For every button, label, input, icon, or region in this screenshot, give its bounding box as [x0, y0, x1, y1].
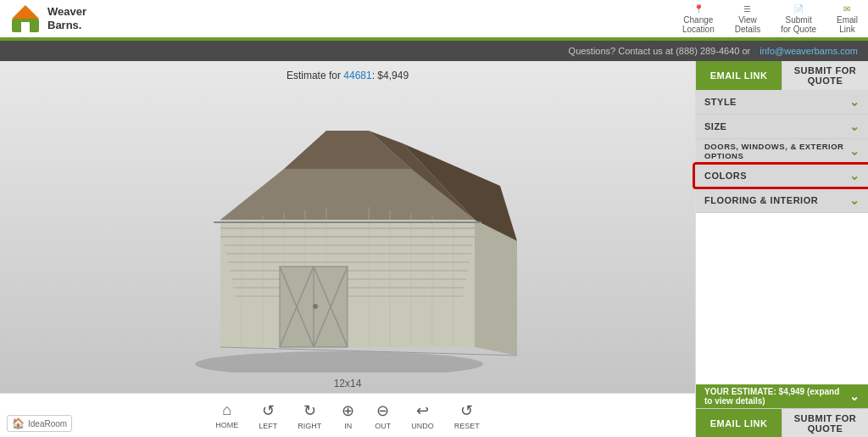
- submit-quote-button-bottom[interactable]: Submit for Quote: [782, 409, 868, 437]
- style-label: STYLE: [704, 97, 737, 107]
- bottom-toolbar: 🏠 IdeaRoom ⌂ HOME ↺ LEFT ↻ RIGHT ⊕ IN ⊖ …: [0, 393, 695, 437]
- accordion-flooring-header[interactable]: FLOORING & INTERIOR ⌄: [696, 188, 868, 212]
- home-icon: ⌂: [222, 401, 231, 419]
- out-label: OUT: [375, 422, 391, 430]
- accordion-doors-windows: DOORS, WINDOWS, & EXTERIOR OPTIONS ⌄: [696, 139, 868, 164]
- accordion-doors-windows-header[interactable]: DOORS, WINDOWS, & EXTERIOR OPTIONS ⌄: [696, 139, 868, 163]
- idea-room-label: IdeaRoom: [28, 419, 67, 429]
- undo-label: UNDO: [411, 422, 434, 430]
- idea-room-badge: 🏠 IdeaRoom: [7, 415, 72, 432]
- reset-label: RESET: [454, 422, 480, 430]
- estimate-bar[interactable]: YOUR ESTIMATE: $4,949 (expand to view de…: [696, 384, 868, 408]
- accordion-style: STYLE ⌄: [696, 90, 868, 115]
- idea-room-icon: 🏠: [12, 417, 25, 429]
- main-layout: Estimate for 44681: $4,949: [0, 61, 868, 437]
- email-link-button-top[interactable]: Email Link: [696, 61, 782, 90]
- colors-label: COLORS: [704, 171, 747, 181]
- zoom-in-icon: ⊕: [342, 401, 354, 420]
- email-link-button-header[interactable]: ✉ Email Link: [837, 4, 858, 34]
- estimate-bar-text: YOUR ESTIMATE: $4,949 (expand to view de…: [704, 387, 849, 406]
- panel-bottom-buttons: Email Link Submit for Quote: [696, 408, 868, 437]
- accordion-size: SIZE ⌄: [696, 115, 868, 139]
- toolbar-reset[interactable]: ↺ RESET: [454, 401, 480, 430]
- estimate-id-link[interactable]: 44681: [343, 70, 371, 81]
- flooring-label: FLOORING & INTERIOR: [704, 195, 818, 205]
- logo-area: Weaver Barns.: [10, 3, 86, 34]
- barn-size-label: 12x14: [334, 378, 362, 393]
- location-icon: 📍: [693, 4, 704, 14]
- barn-container: [0, 61, 695, 378]
- flooring-chevron: ⌄: [849, 193, 860, 207]
- zoom-out-icon: ⊖: [376, 401, 389, 420]
- accordion-colors: COLORS ⌄: [696, 164, 868, 188]
- rotate-right-icon: ↻: [303, 401, 316, 420]
- accordion-colors-header[interactable]: COLORS ⌄: [696, 164, 868, 188]
- in-label: IN: [344, 422, 352, 430]
- submit-quote-button-header[interactable]: 📄 Submit for Quote: [781, 4, 816, 34]
- header: Weaver Barns. 📍 Change Location ☰ View D…: [0, 0, 868, 41]
- toolbar-zoom-in[interactable]: ⊕ IN: [342, 401, 354, 430]
- home-label: HOME: [215, 421, 238, 429]
- logo-icon: [10, 3, 41, 34]
- size-chevron: ⌄: [849, 120, 860, 133]
- svg-point-3: [195, 351, 483, 373]
- right-label: RIGHT: [298, 422, 321, 430]
- toolbar-left[interactable]: ↺ LEFT: [259, 401, 277, 430]
- accordion-style-header[interactable]: STYLE ⌄: [696, 90, 868, 114]
- view-details-button[interactable]: ☰ View Details: [735, 4, 761, 34]
- colors-chevron: ⌄: [849, 169, 860, 182]
- accordion-flooring: FLOORING & INTERIOR ⌄: [696, 188, 868, 213]
- info-bar: Questions? Contact us at (888) 289-4640 …: [0, 41, 868, 61]
- doors-windows-chevron: ⌄: [849, 144, 860, 158]
- style-chevron: ⌄: [849, 95, 860, 109]
- left-label: LEFT: [259, 422, 277, 430]
- quote-icon: 📄: [793, 4, 804, 14]
- svg-rect-2: [21, 22, 30, 32]
- panel-spacer: [696, 213, 868, 384]
- toolbar-undo[interactable]: ↩ UNDO: [411, 401, 434, 430]
- change-location-button[interactable]: 📍 Change Location: [682, 4, 715, 34]
- logo-text: Weaver Barns.: [47, 5, 86, 31]
- panel-top-buttons: Email Link Submit for Quote: [696, 61, 868, 90]
- toolbar-home[interactable]: ⌂ HOME: [215, 401, 238, 429]
- toolbar-zoom-out[interactable]: ⊖ OUT: [375, 401, 391, 430]
- reset-icon: ↺: [460, 401, 473, 420]
- submit-quote-button-top[interactable]: Submit for Quote: [782, 61, 868, 90]
- info-email-link[interactable]: info@weaverbarns.com: [760, 46, 858, 56]
- svg-marker-5: [475, 220, 517, 356]
- email-icon-header: ✉: [843, 4, 850, 14]
- toolbar-right[interactable]: ↻ RIGHT: [298, 401, 321, 430]
- email-link-button-bottom[interactable]: Email Link: [696, 409, 782, 437]
- accordion-size-header[interactable]: SIZE ⌄: [696, 115, 868, 138]
- rotate-left-icon: ↺: [262, 401, 275, 420]
- estimate-chevron: ⌄: [849, 389, 860, 403]
- canvas-area: Estimate for 44681: $4,949: [0, 61, 695, 437]
- header-actions: 📍 Change Location ☰ View Details 📄 Submi…: [682, 4, 858, 34]
- undo-icon: ↩: [416, 401, 429, 420]
- svg-point-35: [313, 304, 318, 309]
- barn-image: [153, 84, 542, 373]
- right-panel: Email Link Submit for Quote STYLE ⌄ SIZE…: [695, 61, 868, 437]
- size-label: SIZE: [704, 121, 726, 132]
- doors-windows-label: DOORS, WINDOWS, & EXTERIOR OPTIONS: [704, 142, 849, 160]
- svg-marker-1: [12, 5, 39, 19]
- estimate-label: Estimate for 44681: $4,949: [287, 70, 409, 81]
- details-icon: ☰: [743, 4, 751, 14]
